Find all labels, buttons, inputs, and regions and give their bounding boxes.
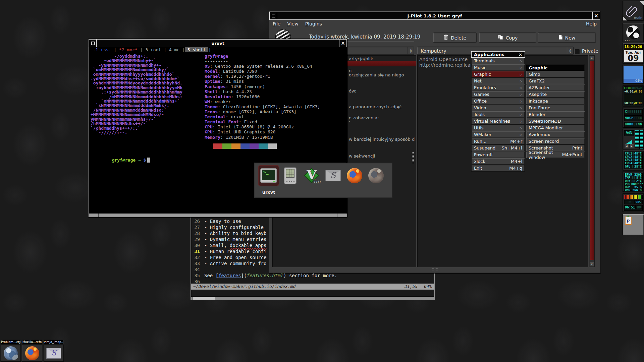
menu-view[interactable]: View bbox=[284, 20, 302, 27]
menu-item-susupend[interactable]: SusupendSh+M4+l bbox=[471, 145, 525, 152]
vertical-scrollbar[interactable]: ∧ ∨ bbox=[589, 55, 595, 267]
dock-moon-app[interactable]: ... bbox=[623, 23, 644, 42]
menu-item-grafx2[interactable]: GraFX2 bbox=[526, 78, 585, 84]
dock-network-monitor[interactable]: ETH088▼▲B ▼0.00▲0.00 ▼0.00▲0.00 bbox=[623, 85, 644, 107]
palette-swatch bbox=[222, 143, 231, 149]
switch-slot-firefox-icon[interactable] bbox=[365, 165, 387, 186]
scroll-up-button[interactable]: ∧ bbox=[590, 56, 594, 60]
menu-item-screenshot-window[interactable]: Screenshot windowM4+Print bbox=[526, 152, 585, 158]
jpilot-window-title: J-Pilot 1.8.2 User: gryf bbox=[270, 13, 600, 18]
dock-clip[interactable]: main bbox=[623, 1, 644, 21]
miniaturize-button[interactable] bbox=[270, 12, 277, 19]
close-button[interactable]: × bbox=[592, 12, 600, 19]
miniwindow-tile[interactable]: S bbox=[44, 345, 64, 362]
scrollbar-thumb[interactable] bbox=[193, 297, 215, 300]
menu-item-blender[interactable]: Blender bbox=[526, 111, 585, 118]
scroll-down-button[interactable]: ∨ bbox=[590, 262, 594, 266]
menu-item-games[interactable]: Games▷ bbox=[471, 91, 525, 98]
menu-item-emulators[interactable]: Emulators▷ bbox=[471, 84, 525, 91]
miniwindow[interactable]: Problem...ctyl bbox=[1, 340, 21, 362]
menu-item-terminals[interactable]: Terminals▷ bbox=[471, 58, 525, 64]
miniwindow-tile[interactable] bbox=[1, 345, 21, 362]
window-resize-grip[interactable] bbox=[432, 268, 438, 271]
switch-slot-urxvt-terminal-icon[interactable]: >_ bbox=[258, 165, 279, 186]
terminal-tab[interactable]: .1-rss. bbox=[90, 47, 114, 52]
menu-item-exit[interactable]: ExitM4+q bbox=[471, 165, 525, 172]
vim-horizontal-scrollbar[interactable] bbox=[191, 296, 434, 300]
dock-weather[interactable]: EPWR2300TMP888°CDEW882°CPRS1009ʰᴾᵃHUM65 … bbox=[623, 171, 644, 192]
mixer-prev-button[interactable]: ◀ bbox=[624, 144, 629, 148]
menu-item-net[interactable]: Net▷ bbox=[471, 78, 525, 84]
applications-menu-title[interactable]: Applications × bbox=[471, 51, 525, 58]
switch-slot-vim-icon[interactable]: Vim bbox=[301, 165, 322, 186]
menu-file[interactable]: File bbox=[269, 20, 284, 27]
menu-item-sweethome3d[interactable]: SweetHome3D bbox=[526, 118, 585, 125]
menu-item-utils[interactable]: Utils▷ bbox=[471, 125, 525, 131]
dock-cpu-temps[interactable]: CPU1848°CCPU2848°CCPU3848°CCPU4840°CGPU8… bbox=[623, 150, 644, 171]
pane-resize-grip[interactable] bbox=[412, 152, 414, 163]
close-icon: × bbox=[341, 41, 345, 46]
miniwindow[interactable]: Mozilla...refox bbox=[22, 340, 42, 362]
dock-pinboard[interactable]: P bbox=[623, 214, 644, 235]
terminal-tab[interactable]: *2-moc* bbox=[116, 47, 140, 52]
menu-item-screen-record[interactable]: Screen record bbox=[526, 138, 585, 145]
menu-item-avidemux[interactable]: Avidemux bbox=[526, 131, 585, 138]
menu-item-office[interactable]: Office▷ bbox=[471, 98, 525, 105]
menu-item-mpeg4-modifier[interactable]: MPEG4 Modifier bbox=[526, 125, 585, 131]
menu-item-wmaker[interactable]: WMaker▷ bbox=[471, 131, 525, 138]
menu-item-video[interactable]: Video▷ bbox=[471, 105, 525, 111]
switch-slot-firefox-icon[interactable] bbox=[344, 165, 365, 186]
menu-help[interactable]: Help bbox=[583, 20, 600, 27]
vim-scroll-percent: 64% bbox=[424, 284, 432, 290]
menu-item-xlock[interactable]: xlockM4+l bbox=[471, 158, 525, 165]
spinner-icon[interactable]: ∧∨ bbox=[567, 47, 573, 55]
dock-mocp-monitor[interactable]: X88888888MOCP88888BUBBLEMON bbox=[623, 107, 644, 128]
copy-button[interactable]: Copy bbox=[479, 33, 536, 43]
menu-item-inkscape[interactable]: Inkscape bbox=[526, 98, 585, 105]
submenu-arrow-icon: ▷ bbox=[520, 66, 522, 69]
trash-icon bbox=[443, 35, 448, 41]
menu-item-aseprite[interactable]: Aseprite bbox=[526, 91, 585, 98]
menu-item-music[interactable]: Music▷ bbox=[471, 64, 525, 71]
jpilot-titlebar[interactable]: J-Pilot 1.8.2 User: gryf × bbox=[269, 12, 600, 20]
window-resizebar[interactable] bbox=[89, 213, 347, 217]
menu-item-fontforge[interactable]: FontForge bbox=[526, 105, 585, 111]
miniwindow-tile[interactable] bbox=[22, 345, 42, 362]
close-icon: × bbox=[594, 13, 598, 18]
scrollbar-thumb[interactable] bbox=[590, 61, 594, 260]
terminal-tab[interactable]: 4-mc bbox=[166, 47, 182, 52]
menu-item-graphic[interactable]: Graphic▷ bbox=[471, 71, 525, 78]
miniwindow[interactable]: vimja_imap...S bbox=[44, 340, 64, 362]
palette-swatch bbox=[268, 143, 277, 149]
menu-item-azpainter[interactable]: AZPainter bbox=[526, 84, 585, 91]
close-button[interactable]: × bbox=[339, 40, 346, 47]
menu-item-run-[interactable]: Run...M4+r bbox=[471, 138, 525, 145]
menu-item-gimp[interactable]: Gimp bbox=[526, 71, 585, 78]
gentoo-ascii-art: -/oyddmdhs+:. -odNMMMMMMMMNNmhy+-` -yNMM… bbox=[91, 54, 182, 135]
menu-close-icon[interactable]: × bbox=[519, 52, 522, 57]
miniaturize-button[interactable] bbox=[89, 40, 97, 47]
private-checkbox[interactable] bbox=[575, 49, 580, 54]
switch-slot-mail-icon[interactable]: S bbox=[322, 165, 344, 186]
dock-clock[interactable]: 18:29:20 Tue, Apr 09 bbox=[623, 43, 644, 64]
graphic-submenu-title[interactable]: Graphic bbox=[526, 65, 585, 71]
palette-swatch bbox=[250, 143, 259, 149]
menu-item-poweroff[interactable]: Poweroff bbox=[471, 152, 525, 158]
terminal-tab[interactable]: 3-root bbox=[143, 47, 164, 52]
terminal-tab[interactable]: 5-shell bbox=[185, 47, 208, 52]
urxvt-titlebar[interactable]: urxvt × bbox=[89, 39, 347, 47]
dock-mixer[interactable]: 943 ◀ ▶ bbox=[623, 129, 644, 149]
menu-item-virtual-machines[interactable]: Virtual Machines▷ bbox=[471, 118, 525, 125]
mixer-next-button[interactable]: ▶ bbox=[629, 144, 634, 148]
menu-item-tools[interactable]: Tools▷ bbox=[471, 111, 525, 118]
dock-pager[interactable]: 04% bbox=[623, 65, 644, 84]
delete-button[interactable]: Delete bbox=[433, 33, 477, 43]
spinner-icon[interactable]: ∧∨ bbox=[408, 47, 414, 55]
dock-battery[interactable]: ⌁▭ 90% 06:51 B8 bbox=[623, 193, 644, 212]
switch-slot-palm-pilot-icon[interactable] bbox=[279, 165, 301, 186]
submenu-arrow-icon: ▷ bbox=[520, 86, 522, 89]
menu-plugins[interactable]: Plugins bbox=[302, 20, 325, 27]
miniaturize-icon bbox=[272, 14, 275, 17]
new-button[interactable]: New bbox=[538, 33, 596, 43]
tmux-tab-bar[interactable]: .1-rss. | *2-moc* | 3-root | 4-mc | 5-sh… bbox=[89, 47, 347, 53]
